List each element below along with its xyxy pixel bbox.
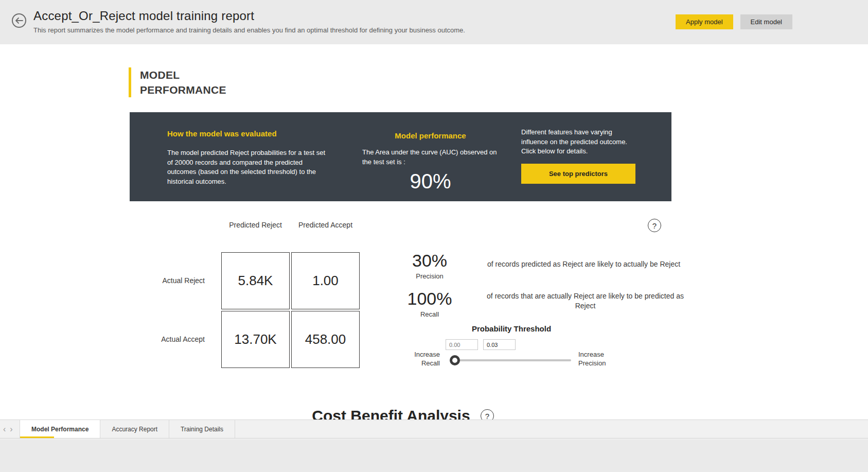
precision-description: of records predicted as Reject are likel…: [487, 259, 693, 269]
confusion-matrix: 5.84K 1.00 13.70K 458.00: [221, 252, 360, 368]
section-title: MODEL PERFORMANCE: [129, 67, 226, 97]
matrix-cell-true-accept[interactable]: 458.00: [291, 311, 360, 368]
app-root: Accept_Or_Reject model training report T…: [0, 0, 868, 472]
back-button[interactable]: [12, 13, 26, 28]
page-title: Accept_Or_Reject model training report: [33, 9, 465, 23]
recall-metric: 100% Recall: [399, 288, 460, 318]
tab-training-details[interactable]: Training Details: [169, 420, 235, 438]
section-title-line1: MODEL: [140, 67, 226, 82]
report-canvas: MODEL PERFORMANCE How the model was eval…: [0, 44, 868, 419]
page-tab-bar: ‹ › Model Performance Accuracy Report Tr…: [0, 419, 868, 439]
actual-reject-label: Actual Reject: [138, 276, 205, 285]
cost-benefit-title: Cost Benefit Analysis: [237, 407, 545, 419]
question-mark-glyph: ?: [652, 221, 657, 230]
threshold-value-input[interactable]: [483, 339, 516, 350]
apply-model-button[interactable]: Apply model: [676, 14, 733, 29]
threshold-slider[interactable]: [450, 359, 571, 361]
tab-accuracy-report[interactable]: Accuracy Report: [100, 420, 169, 438]
page-subtitle: This report summarizes the model perform…: [33, 26, 465, 34]
increase-recall-label: Increase Recall: [408, 350, 440, 368]
active-tab-indicator: [20, 436, 54, 438]
predicted-reject-header: Predicted Reject: [221, 221, 290, 229]
precision-metric: 30% Precision: [399, 250, 460, 280]
see-top-predictors-button[interactable]: See top predictors: [521, 164, 635, 184]
threshold-slider-thumb[interactable]: [450, 355, 460, 365]
actual-accept-label: Actual Accept: [138, 335, 205, 343]
increase-precision-label: Increase Precision: [578, 350, 610, 368]
recall-label: Recall: [399, 310, 460, 318]
report-header: Accept_Or_Reject model training report T…: [0, 0, 868, 44]
probability-threshold-label: Probability Threshold: [460, 324, 563, 333]
threshold-min-input[interactable]: [446, 339, 478, 350]
cost-benefit-help-icon[interactable]: ?: [481, 409, 494, 419]
back-arrow-icon: [15, 18, 23, 24]
next-page-icon[interactable]: ›: [10, 425, 12, 433]
model-summary-panel: How the model was evaluated The model pr…: [130, 112, 671, 201]
predictors-text: Different features have varying influenc…: [521, 128, 639, 156]
evaluation-heading: How the model was evaluated: [167, 129, 331, 138]
help-icon[interactable]: ?: [648, 219, 661, 232]
performance-column: Model performance The Area under the cur…: [362, 131, 499, 193]
matrix-column-headers: Predicted Reject Predicted Accept: [221, 221, 360, 229]
tab-label: Training Details: [181, 426, 223, 433]
section-title-line2: PERFORMANCE: [140, 82, 226, 97]
evaluation-body: The model predicted Reject probabilities…: [167, 148, 331, 186]
tab-label: Accuracy Report: [112, 426, 157, 433]
section-title-text: MODEL PERFORMANCE: [140, 67, 226, 97]
precision-label: Precision: [399, 272, 460, 280]
tab-label: Model Performance: [31, 426, 88, 433]
auc-value: 90%: [362, 170, 499, 193]
evaluation-column: How the model was evaluated The model pr…: [167, 129, 331, 186]
predicted-accept-header: Predicted Accept: [291, 221, 360, 229]
question-mark-glyph: ?: [485, 412, 489, 420]
matrix-cell-false-reject[interactable]: 13.70K: [221, 311, 290, 368]
matrix-cell-false-accept[interactable]: 1.00: [291, 252, 360, 309]
performance-heading: Model performance: [362, 131, 499, 140]
tab-navigation: ‹ ›: [0, 420, 13, 438]
tab-model-performance[interactable]: Model Performance: [20, 420, 100, 438]
header-actions: Apply model Edit model: [676, 14, 792, 29]
matrix-cell-true-reject[interactable]: 5.84K: [221, 252, 290, 309]
title-block: Accept_Or_Reject model training report T…: [33, 9, 465, 34]
section-accent-bar: [129, 67, 131, 97]
window-bottom-strip: [0, 439, 868, 472]
precision-value: 30%: [399, 250, 460, 271]
tabs: Model Performance Accuracy Report Traini…: [20, 420, 235, 438]
predictors-column: Different features have varying influenc…: [521, 128, 639, 184]
recall-value: 100%: [399, 288, 460, 309]
recall-description: of records that are actually Reject are …: [481, 291, 689, 311]
performance-body: The Area under the curve (AUC) observed …: [362, 148, 499, 167]
prev-page-icon[interactable]: ‹: [3, 425, 6, 433]
edit-model-button[interactable]: Edit model: [740, 14, 792, 29]
